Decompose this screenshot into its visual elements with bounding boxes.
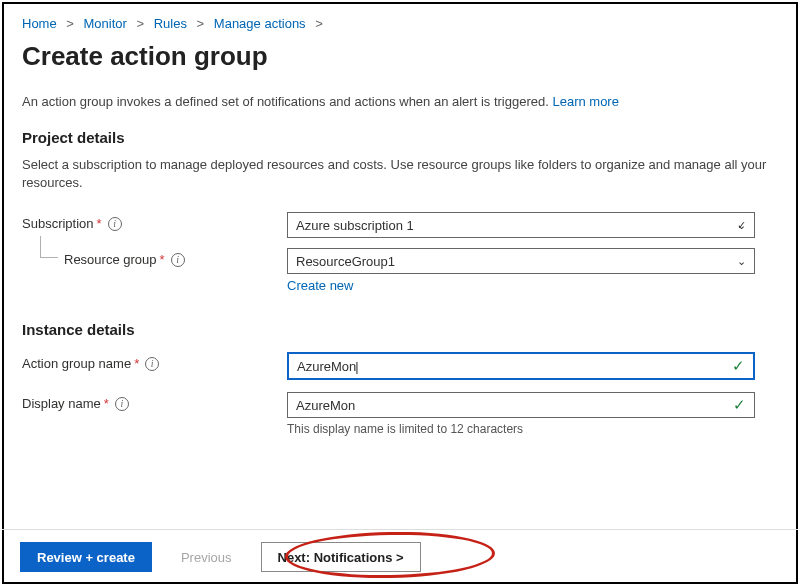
resource-group-label: Resource group * i	[22, 248, 287, 267]
display-name-value: AzureMon	[296, 398, 355, 413]
action-group-name-label: Action group name * i	[22, 352, 287, 371]
display-name-helper: This display name is limited to 12 chara…	[287, 422, 755, 436]
resource-group-row: Resource group * i ResourceGroup1 ⌄ Crea…	[22, 248, 778, 293]
project-details-section: Project details Select a subscription to…	[22, 129, 778, 293]
project-details-desc: Select a subscription to manage deployed…	[22, 156, 778, 192]
valid-check-icon: ✓	[733, 396, 746, 414]
instance-details-heading: Instance details	[22, 321, 778, 338]
resource-group-value: ResourceGroup1	[296, 254, 395, 269]
breadcrumb-sep: >	[315, 16, 323, 31]
display-name-input[interactable]: AzureMon ✓	[287, 392, 755, 418]
required-asterisk: *	[97, 216, 102, 231]
footer-bar: Review + create Previous Next: Notificat…	[2, 529, 798, 584]
breadcrumb: Home > Monitor > Rules > Manage actions …	[22, 16, 778, 31]
breadcrumb-home[interactable]: Home	[22, 16, 57, 31]
subscription-row: Subscription * i Azure subscription 1 ✓ …	[22, 212, 778, 238]
breadcrumb-sep: >	[66, 16, 74, 31]
info-icon[interactable]: i	[171, 253, 185, 267]
chevron-down-icon: ⌄	[737, 255, 746, 268]
create-new-link[interactable]: Create new	[287, 278, 353, 293]
action-group-name-input[interactable]: AzureMon ✓	[287, 352, 755, 380]
action-group-name-label-text: Action group name	[22, 356, 131, 371]
breadcrumb-sep: >	[197, 16, 205, 31]
learn-more-link[interactable]: Learn more	[552, 94, 618, 109]
subscription-select[interactable]: Azure subscription 1 ✓ ⌄	[287, 212, 755, 238]
instance-details-section: Instance details Action group name * i A…	[22, 321, 778, 436]
required-asterisk: *	[134, 356, 139, 371]
required-asterisk: *	[104, 396, 109, 411]
previous-button: Previous	[164, 542, 249, 572]
subscription-label-text: Subscription	[22, 216, 94, 231]
info-icon[interactable]: i	[145, 357, 159, 371]
indent-line	[40, 236, 58, 258]
info-icon[interactable]: i	[115, 397, 129, 411]
breadcrumb-sep: >	[137, 16, 145, 31]
review-create-button[interactable]: Review + create	[20, 542, 152, 572]
required-asterisk: *	[160, 252, 165, 267]
breadcrumb-rules[interactable]: Rules	[154, 16, 187, 31]
action-group-name-row: Action group name * i AzureMon ✓	[22, 352, 778, 380]
display-name-label: Display name * i	[22, 392, 287, 411]
breadcrumb-manage-actions[interactable]: Manage actions	[214, 16, 306, 31]
description-text: An action group invokes a defined set of…	[22, 94, 552, 109]
resource-group-select[interactable]: ResourceGroup1 ⌄	[287, 248, 755, 274]
subscription-label: Subscription * i	[22, 212, 287, 231]
subscription-value: Azure subscription 1	[296, 218, 414, 233]
breadcrumb-monitor[interactable]: Monitor	[84, 16, 127, 31]
resource-group-label-text: Resource group	[64, 252, 157, 267]
page-description: An action group invokes a defined set of…	[22, 94, 778, 109]
valid-check-icon: ✓	[732, 357, 745, 375]
next-notifications-button[interactable]: Next: Notifications >	[261, 542, 421, 572]
info-icon[interactable]: i	[108, 217, 122, 231]
action-group-name-value: AzureMon	[297, 359, 359, 374]
chevron-down-icon: ⌄	[737, 219, 746, 232]
display-name-label-text: Display name	[22, 396, 101, 411]
page-title: Create action group	[22, 41, 778, 72]
project-details-heading: Project details	[22, 129, 778, 146]
display-name-row: Display name * i AzureMon ✓ This display…	[22, 392, 778, 436]
